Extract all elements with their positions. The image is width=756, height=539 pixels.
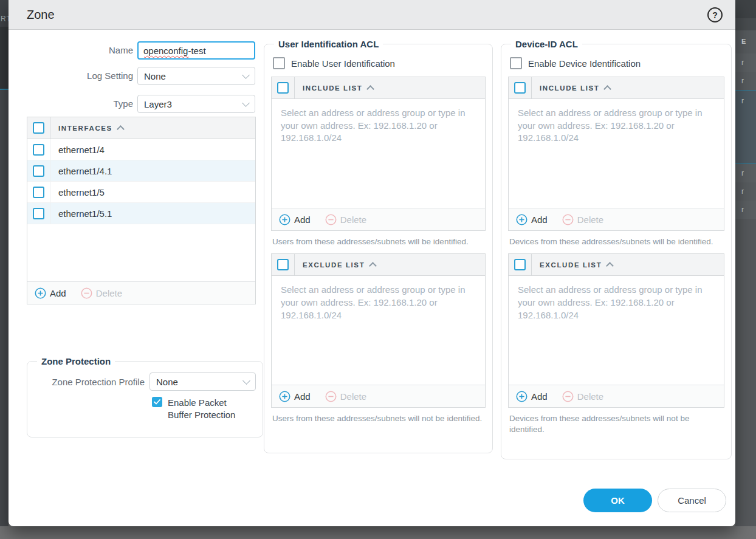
row-checkbox[interactable]	[33, 208, 44, 219]
add-icon	[35, 287, 46, 299]
dialog-title: Zone	[27, 8, 55, 22]
list-placeholder[interactable]: Select an address or address group or ty…	[509, 276, 724, 385]
row-checkbox[interactable]	[33, 165, 44, 177]
interface-name: ethernet1/5	[50, 187, 105, 197]
delete-icon	[325, 214, 337, 225]
table-empty-space	[27, 224, 255, 281]
select-all-checkbox[interactable]	[277, 82, 289, 94]
sort-ascending-icon	[604, 85, 612, 93]
interface-name: ethernet1/5.1	[50, 208, 112, 219]
interfaces-column-header[interactable]: INTERFACES	[50, 117, 123, 139]
sort-ascending-icon	[367, 85, 375, 93]
delete-button[interactable]: Delete	[81, 287, 122, 299]
list-footer: Add Delete	[272, 385, 485, 407]
add-icon	[279, 391, 290, 402]
select-all-cell	[509, 254, 532, 275]
device-acl-legend: Device-ID ACL	[511, 39, 582, 49]
user-exclude-list: EXCLUDE LIST Select an address or addres…	[271, 253, 486, 408]
name-label: Name	[27, 41, 133, 60]
row-checkbox[interactable]	[33, 144, 44, 156]
row-checkbox-cell	[27, 160, 50, 181]
include-list-hint: Devices from these addresses/subnets wil…	[509, 236, 723, 247]
chevron-down-icon	[242, 377, 250, 385]
add-button[interactable]: Add	[279, 391, 311, 402]
table-row[interactable]: ethernet1/5.1	[27, 203, 255, 224]
packet-buffer-row: Enable Packet Buffer Protection	[152, 397, 256, 422]
ok-button[interactable]: OK	[583, 489, 652, 512]
enable-device-identification-checkbox[interactable]	[510, 57, 522, 69]
background-table-row-selected: r	[735, 90, 756, 164]
interface-name: ethernet1/4.1	[50, 166, 112, 176]
row-checkbox[interactable]	[33, 187, 44, 198]
add-button[interactable]: Add	[516, 391, 548, 402]
user-acl-legend: User Identification ACL	[274, 39, 383, 49]
zone-protection-section: Zone Protection Zone Protection Profile …	[27, 356, 263, 438]
chevron-down-icon	[242, 71, 250, 79]
log-setting-label: Log Setting	[27, 67, 133, 85]
table-row[interactable]: ethernet1/4.1	[27, 160, 255, 182]
row-checkbox-cell	[27, 203, 50, 224]
name-input[interactable]	[137, 41, 255, 60]
select-all-cell	[509, 77, 532, 98]
packet-buffer-checkbox[interactable]	[152, 397, 162, 407]
select-all-checkbox[interactable]	[514, 82, 526, 94]
delete-icon	[562, 214, 574, 225]
log-setting-value: None	[144, 71, 166, 81]
background-table-row: r	[735, 72, 756, 90]
include-list-column-header[interactable]: INCLUDE LIST	[295, 77, 373, 98]
interface-name: ethernet1/4	[50, 145, 105, 155]
list-placeholder[interactable]: Select an address or address group or ty…	[509, 99, 724, 208]
add-button[interactable]: Add	[35, 287, 66, 299]
add-button[interactable]: Add	[279, 214, 311, 225]
add-icon	[516, 214, 527, 225]
list-header: INCLUDE LIST	[272, 77, 485, 99]
table-row[interactable]: ethernet1/5	[27, 182, 255, 203]
enable-user-identification-checkbox[interactable]	[273, 57, 285, 69]
list-footer: Add Delete	[509, 385, 724, 407]
sort-ascending-icon	[117, 125, 125, 133]
background-app-left: RT	[0, 0, 9, 526]
type-select[interactable]: Layer3	[137, 95, 255, 113]
help-icon[interactable]: ?	[707, 7, 723, 22]
delete-button[interactable]: Delete	[325, 214, 366, 225]
table-row[interactable]: ethernet1/4	[27, 139, 255, 160]
select-all-checkbox[interactable]	[277, 259, 289, 270]
background-table-row: r	[735, 201, 756, 219]
log-setting-select[interactable]: None	[137, 67, 255, 85]
list-placeholder[interactable]: Select an address or address group or ty…	[272, 276, 485, 385]
background-table-header: E	[735, 30, 756, 53]
zone-protection-profile-label: Zone Protection Profile	[34, 377, 145, 387]
device-id-acl-section: Device-ID ACL Enable Device Identificati…	[501, 39, 732, 459]
background-table-row: r	[735, 164, 756, 182]
sort-ascending-icon	[606, 262, 614, 270]
delete-button[interactable]: Delete	[562, 214, 603, 225]
exclude-list-hint: Devices from these addresses/subnets wil…	[509, 413, 723, 435]
select-all-cell	[272, 254, 295, 275]
select-all-cell	[272, 77, 295, 98]
add-button[interactable]: Add	[516, 214, 548, 225]
delete-button[interactable]: Delete	[562, 391, 603, 402]
list-header: EXCLUDE LIST	[272, 254, 485, 276]
sort-ascending-icon	[369, 262, 377, 270]
exclude-list-column-header[interactable]: EXCLUDE LIST	[295, 254, 376, 275]
chevron-down-icon	[242, 99, 250, 107]
user-include-list: INCLUDE LIST Select an address or addres…	[271, 77, 486, 231]
name-field-wrap: openconfig-test	[137, 41, 255, 60]
include-list-hint: Users from these addresses/subnets will …	[272, 236, 484, 247]
zone-protection-profile-select[interactable]: None	[149, 372, 256, 391]
exclude-list-column-header[interactable]: EXCLUDE LIST	[532, 254, 613, 275]
include-list-column-header[interactable]: INCLUDE LIST	[532, 77, 610, 98]
add-icon	[279, 214, 290, 225]
delete-button[interactable]: Delete	[325, 391, 366, 402]
list-header: EXCLUDE LIST	[509, 254, 724, 276]
cancel-button[interactable]: Cancel	[658, 489, 726, 512]
background-table-row: r	[735, 53, 756, 72]
list-placeholder[interactable]: Select an address or address group or ty…	[272, 99, 485, 208]
select-all-checkbox[interactable]	[33, 122, 44, 134]
select-all-checkbox[interactable]	[514, 259, 526, 270]
dialog-header: Zone ?	[9, 0, 735, 30]
interfaces-table-footer: Add Delete	[27, 281, 255, 304]
enable-device-identification-row: Enable Device Identification	[510, 57, 724, 69]
list-header: INCLUDE LIST	[509, 77, 724, 99]
background-table-row: r	[735, 182, 756, 201]
